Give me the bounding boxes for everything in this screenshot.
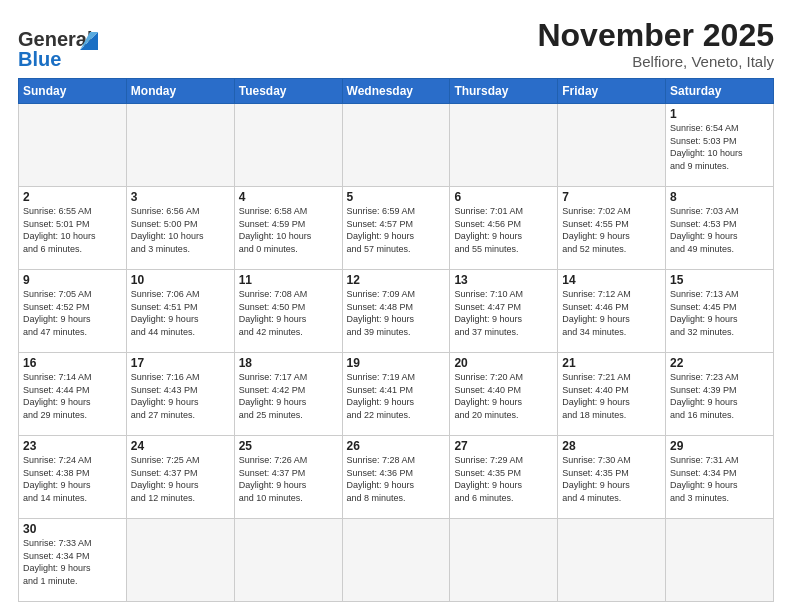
weekday-header-row: SundayMondayTuesdayWednesdayThursdayFrid… — [19, 79, 774, 104]
calendar-cell — [126, 519, 234, 602]
day-number: 7 — [562, 190, 661, 204]
calendar-cell — [234, 104, 342, 187]
calendar-cell: 4Sunrise: 6:58 AM Sunset: 4:59 PM Daylig… — [234, 187, 342, 270]
day-number: 29 — [670, 439, 769, 453]
week-row-1: 2Sunrise: 6:55 AM Sunset: 5:01 PM Daylig… — [19, 187, 774, 270]
day-info: Sunrise: 7:13 AM Sunset: 4:45 PM Dayligh… — [670, 288, 769, 338]
day-info: Sunrise: 7:29 AM Sunset: 4:35 PM Dayligh… — [454, 454, 553, 504]
day-number: 30 — [23, 522, 122, 536]
day-info: Sunrise: 7:01 AM Sunset: 4:56 PM Dayligh… — [454, 205, 553, 255]
calendar-cell: 21Sunrise: 7:21 AM Sunset: 4:40 PM Dayli… — [558, 353, 666, 436]
day-info: Sunrise: 7:06 AM Sunset: 4:51 PM Dayligh… — [131, 288, 230, 338]
month-title: November 2025 — [537, 18, 774, 53]
day-info: Sunrise: 7:31 AM Sunset: 4:34 PM Dayligh… — [670, 454, 769, 504]
week-row-3: 16Sunrise: 7:14 AM Sunset: 4:44 PM Dayli… — [19, 353, 774, 436]
calendar-cell: 11Sunrise: 7:08 AM Sunset: 4:50 PM Dayli… — [234, 270, 342, 353]
day-info: Sunrise: 7:20 AM Sunset: 4:40 PM Dayligh… — [454, 371, 553, 421]
calendar-cell — [19, 104, 127, 187]
week-row-0: 1Sunrise: 6:54 AM Sunset: 5:03 PM Daylig… — [19, 104, 774, 187]
calendar-cell: 26Sunrise: 7:28 AM Sunset: 4:36 PM Dayli… — [342, 436, 450, 519]
calendar-cell — [342, 519, 450, 602]
calendar-cell: 10Sunrise: 7:06 AM Sunset: 4:51 PM Dayli… — [126, 270, 234, 353]
weekday-header-sunday: Sunday — [19, 79, 127, 104]
day-number: 13 — [454, 273, 553, 287]
logo: General Blue — [18, 18, 118, 70]
day-number: 10 — [131, 273, 230, 287]
day-info: Sunrise: 7:03 AM Sunset: 4:53 PM Dayligh… — [670, 205, 769, 255]
day-number: 16 — [23, 356, 122, 370]
day-number: 12 — [347, 273, 446, 287]
day-info: Sunrise: 7:16 AM Sunset: 4:43 PM Dayligh… — [131, 371, 230, 421]
day-info: Sunrise: 7:05 AM Sunset: 4:52 PM Dayligh… — [23, 288, 122, 338]
day-number: 9 — [23, 273, 122, 287]
calendar-cell: 1Sunrise: 6:54 AM Sunset: 5:03 PM Daylig… — [666, 104, 774, 187]
day-info: Sunrise: 7:26 AM Sunset: 4:37 PM Dayligh… — [239, 454, 338, 504]
weekday-header-tuesday: Tuesday — [234, 79, 342, 104]
day-info: Sunrise: 7:21 AM Sunset: 4:40 PM Dayligh… — [562, 371, 661, 421]
week-row-4: 23Sunrise: 7:24 AM Sunset: 4:38 PM Dayli… — [19, 436, 774, 519]
day-number: 1 — [670, 107, 769, 121]
day-number: 14 — [562, 273, 661, 287]
calendar-cell: 18Sunrise: 7:17 AM Sunset: 4:42 PM Dayli… — [234, 353, 342, 436]
day-number: 23 — [23, 439, 122, 453]
day-number: 3 — [131, 190, 230, 204]
day-info: Sunrise: 7:19 AM Sunset: 4:41 PM Dayligh… — [347, 371, 446, 421]
calendar-cell: 22Sunrise: 7:23 AM Sunset: 4:39 PM Dayli… — [666, 353, 774, 436]
calendar-cell: 25Sunrise: 7:26 AM Sunset: 4:37 PM Dayli… — [234, 436, 342, 519]
page: General Blue November 2025 Belfiore, Ven… — [0, 0, 792, 612]
subtitle: Belfiore, Veneto, Italy — [537, 53, 774, 70]
calendar-table: SundayMondayTuesdayWednesdayThursdayFrid… — [18, 78, 774, 602]
day-info: Sunrise: 7:23 AM Sunset: 4:39 PM Dayligh… — [670, 371, 769, 421]
calendar-cell: 19Sunrise: 7:19 AM Sunset: 4:41 PM Dayli… — [342, 353, 450, 436]
calendar-cell — [666, 519, 774, 602]
weekday-header-saturday: Saturday — [666, 79, 774, 104]
week-row-2: 9Sunrise: 7:05 AM Sunset: 4:52 PM Daylig… — [19, 270, 774, 353]
calendar-cell — [450, 519, 558, 602]
day-number: 2 — [23, 190, 122, 204]
weekday-header-friday: Friday — [558, 79, 666, 104]
day-number: 25 — [239, 439, 338, 453]
title-block: November 2025 Belfiore, Veneto, Italy — [537, 18, 774, 70]
calendar-cell — [342, 104, 450, 187]
weekday-header-wednesday: Wednesday — [342, 79, 450, 104]
calendar-cell: 7Sunrise: 7:02 AM Sunset: 4:55 PM Daylig… — [558, 187, 666, 270]
day-number: 22 — [670, 356, 769, 370]
day-info: Sunrise: 7:02 AM Sunset: 4:55 PM Dayligh… — [562, 205, 661, 255]
day-info: Sunrise: 7:14 AM Sunset: 4:44 PM Dayligh… — [23, 371, 122, 421]
day-info: Sunrise: 7:09 AM Sunset: 4:48 PM Dayligh… — [347, 288, 446, 338]
calendar-cell: 8Sunrise: 7:03 AM Sunset: 4:53 PM Daylig… — [666, 187, 774, 270]
day-info: Sunrise: 7:08 AM Sunset: 4:50 PM Dayligh… — [239, 288, 338, 338]
calendar-cell: 14Sunrise: 7:12 AM Sunset: 4:46 PM Dayli… — [558, 270, 666, 353]
day-number: 24 — [131, 439, 230, 453]
calendar-cell — [126, 104, 234, 187]
calendar-cell: 3Sunrise: 6:56 AM Sunset: 5:00 PM Daylig… — [126, 187, 234, 270]
day-info: Sunrise: 6:59 AM Sunset: 4:57 PM Dayligh… — [347, 205, 446, 255]
day-info: Sunrise: 7:12 AM Sunset: 4:46 PM Dayligh… — [562, 288, 661, 338]
day-info: Sunrise: 6:55 AM Sunset: 5:01 PM Dayligh… — [23, 205, 122, 255]
day-number: 20 — [454, 356, 553, 370]
calendar-cell: 13Sunrise: 7:10 AM Sunset: 4:47 PM Dayli… — [450, 270, 558, 353]
svg-text:Blue: Blue — [18, 48, 61, 70]
calendar-cell: 6Sunrise: 7:01 AM Sunset: 4:56 PM Daylig… — [450, 187, 558, 270]
day-number: 19 — [347, 356, 446, 370]
calendar-cell: 9Sunrise: 7:05 AM Sunset: 4:52 PM Daylig… — [19, 270, 127, 353]
calendar-cell: 24Sunrise: 7:25 AM Sunset: 4:37 PM Dayli… — [126, 436, 234, 519]
day-info: Sunrise: 7:25 AM Sunset: 4:37 PM Dayligh… — [131, 454, 230, 504]
day-info: Sunrise: 7:24 AM Sunset: 4:38 PM Dayligh… — [23, 454, 122, 504]
day-number: 4 — [239, 190, 338, 204]
weekday-header-thursday: Thursday — [450, 79, 558, 104]
calendar-cell: 16Sunrise: 7:14 AM Sunset: 4:44 PM Dayli… — [19, 353, 127, 436]
day-number: 27 — [454, 439, 553, 453]
calendar-cell: 5Sunrise: 6:59 AM Sunset: 4:57 PM Daylig… — [342, 187, 450, 270]
calendar-cell: 20Sunrise: 7:20 AM Sunset: 4:40 PM Dayli… — [450, 353, 558, 436]
day-info: Sunrise: 7:28 AM Sunset: 4:36 PM Dayligh… — [347, 454, 446, 504]
calendar-cell — [558, 104, 666, 187]
day-number: 17 — [131, 356, 230, 370]
weekday-header-monday: Monday — [126, 79, 234, 104]
day-number: 8 — [670, 190, 769, 204]
calendar-cell: 23Sunrise: 7:24 AM Sunset: 4:38 PM Dayli… — [19, 436, 127, 519]
calendar-cell: 29Sunrise: 7:31 AM Sunset: 4:34 PM Dayli… — [666, 436, 774, 519]
day-info: Sunrise: 6:56 AM Sunset: 5:00 PM Dayligh… — [131, 205, 230, 255]
day-number: 5 — [347, 190, 446, 204]
day-number: 28 — [562, 439, 661, 453]
